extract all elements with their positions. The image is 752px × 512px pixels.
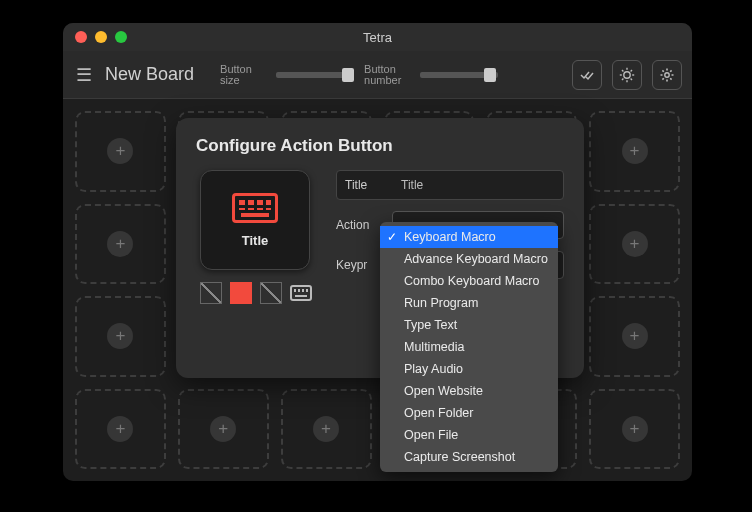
button-size-slider[interactable]: Button size <box>220 64 354 86</box>
dropdown-item[interactable]: Advance Keyboard Macro <box>380 248 558 270</box>
grid-cell[interactable]: + <box>589 204 680 285</box>
plus-icon: + <box>107 416 133 442</box>
svg-point-0 <box>624 71 630 77</box>
icon-picker-button[interactable] <box>290 285 312 301</box>
swatch-none-bg[interactable] <box>200 282 222 304</box>
plus-icon: + <box>107 138 133 164</box>
grid-cell[interactable]: + <box>178 389 269 470</box>
window-title: Tetra <box>63 30 692 45</box>
grid-cell[interactable]: + <box>589 111 680 192</box>
grid-cell[interactable]: + <box>75 296 166 377</box>
action-dropdown-menu[interactable]: Keyboard MacroAdvance Keyboard MacroComb… <box>380 222 558 472</box>
plus-icon: + <box>210 416 236 442</box>
svg-line-6 <box>631 78 632 79</box>
grid-cell[interactable]: + <box>281 389 372 470</box>
settings-button[interactable] <box>652 60 682 90</box>
preview-column: Title <box>196 170 318 304</box>
dropdown-item[interactable]: Play Audio <box>380 358 558 380</box>
board-title[interactable]: New Board <box>105 64 194 85</box>
plus-icon: + <box>622 231 648 257</box>
dropdown-item[interactable]: Open File <box>380 424 558 446</box>
theme-button[interactable] <box>612 60 642 90</box>
dropdown-item[interactable]: Open Folder <box>380 402 558 424</box>
checkmark-button[interactable] <box>572 60 602 90</box>
title-field[interactable]: Title Title <box>336 170 564 200</box>
grid-cell[interactable]: + <box>589 296 680 377</box>
slider-label: Button size <box>220 64 270 86</box>
sun-icon <box>619 67 635 83</box>
plus-icon: + <box>107 231 133 257</box>
svg-line-8 <box>631 70 632 71</box>
grid-cell[interactable]: + <box>589 389 680 470</box>
grid-cell[interactable]: + <box>75 204 166 285</box>
plus-icon: + <box>107 323 133 349</box>
slider-thumb[interactable] <box>484 68 496 82</box>
keyboard-icon <box>232 193 278 223</box>
plus-icon: + <box>622 416 648 442</box>
svg-point-9 <box>665 72 669 76</box>
dropdown-item[interactable]: Type Text <box>380 314 558 336</box>
swatch-red[interactable] <box>230 282 252 304</box>
field-label: Action <box>336 218 384 232</box>
slider-track[interactable] <box>276 72 354 78</box>
dropdown-item[interactable]: Multimedia <box>380 336 558 358</box>
grid-cell[interactable]: + <box>75 111 166 192</box>
slider-thumb[interactable] <box>342 68 354 82</box>
dropdown-item[interactable]: Capture Screenshot <box>380 446 558 468</box>
plus-icon: + <box>622 138 648 164</box>
slider-track[interactable] <box>420 72 498 78</box>
svg-line-7 <box>622 78 623 79</box>
titlebar[interactable]: Tetra <box>63 23 692 51</box>
button-preview[interactable]: Title <box>200 170 310 270</box>
dropdown-item[interactable]: Open Website <box>380 380 558 402</box>
slider-label: Button number <box>364 64 414 86</box>
preview-title: Title <box>242 233 269 248</box>
button-number-slider[interactable]: Button number <box>364 64 498 86</box>
dropdown-item[interactable]: Keyboard Macro <box>380 226 558 248</box>
modal-title: Configure Action Button <box>196 136 564 156</box>
gear-icon <box>659 67 675 83</box>
field-label: Keypr <box>336 258 384 272</box>
menu-icon[interactable]: ☰ <box>73 64 95 86</box>
swatch-none-fg[interactable] <box>260 282 282 304</box>
toolbar: ☰ New Board Button size Button number <box>63 51 692 99</box>
field-label: Title <box>345 178 393 192</box>
dropdown-item[interactable]: Run Program <box>380 292 558 314</box>
grid-cell[interactable]: + <box>75 389 166 470</box>
plus-icon: + <box>622 323 648 349</box>
svg-line-5 <box>622 70 623 71</box>
swatch-row <box>200 282 318 304</box>
dropdown-item[interactable]: Combo Keyboard Macro <box>380 270 558 292</box>
plus-icon: + <box>313 416 339 442</box>
double-check-icon <box>579 67 595 83</box>
title-input[interactable]: Title <box>401 178 423 192</box>
